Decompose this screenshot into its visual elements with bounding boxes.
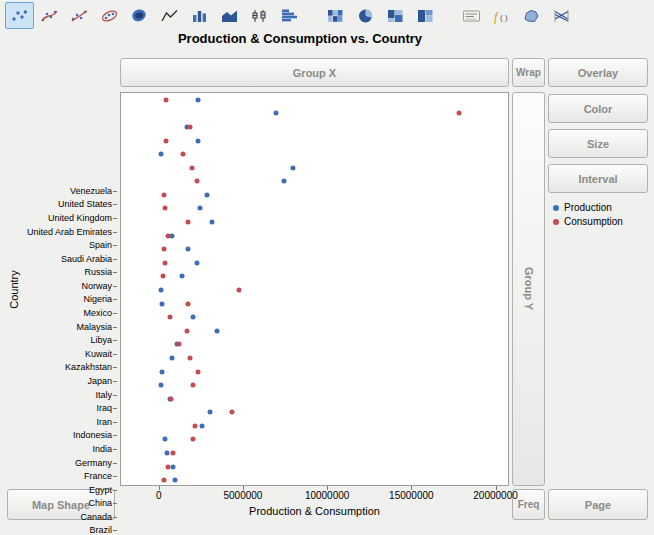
- consumption-point[interactable]: [185, 301, 190, 306]
- consumption-point[interactable]: [184, 328, 189, 333]
- production-point[interactable]: [160, 369, 165, 374]
- consumption-point[interactable]: [177, 342, 182, 347]
- legend-label: Production: [564, 202, 612, 213]
- drop-zone-group-x-label: Group X: [293, 67, 336, 79]
- production-point[interactable]: [159, 288, 164, 293]
- production-point[interactable]: [158, 152, 163, 157]
- production-point[interactable]: [209, 220, 214, 225]
- y-tick-label: Malaysia: [76, 322, 112, 332]
- drop-zone-group-y-label: Group Y: [523, 267, 535, 310]
- map-shape-icon[interactable]: [517, 2, 546, 29]
- x-tick-label: 5000000: [223, 490, 262, 501]
- production-point[interactable]: [170, 355, 175, 360]
- production-point[interactable]: [199, 423, 204, 428]
- y-tick-label: Saudi Arabia: [61, 254, 112, 264]
- consumption-point[interactable]: [191, 437, 196, 442]
- y-tick-mark: [113, 299, 117, 300]
- y-tick-mark: [113, 449, 117, 450]
- box-plot-icon[interactable]: [245, 2, 274, 29]
- parallel-icon[interactable]: [547, 2, 576, 29]
- contour-icon[interactable]: [125, 2, 154, 29]
- production-point[interactable]: [198, 206, 203, 211]
- y-axis-labels: VenezuelaUnited StatesUnited KingdomUnit…: [0, 92, 117, 486]
- production-point[interactable]: [194, 260, 199, 265]
- y-tick-mark: [113, 232, 117, 233]
- consumption-point[interactable]: [166, 464, 171, 469]
- production-point[interactable]: [282, 179, 287, 184]
- consumption-point[interactable]: [167, 315, 172, 320]
- production-point[interactable]: [273, 111, 278, 116]
- production-point[interactable]: [196, 97, 201, 102]
- drop-zone-wrap[interactable]: Wrap: [512, 58, 545, 87]
- area-icon[interactable]: [215, 2, 244, 29]
- pie-icon[interactable]: [351, 2, 380, 29]
- production-point[interactable]: [196, 138, 201, 143]
- production-point[interactable]: [290, 165, 295, 170]
- heatmap-icon[interactable]: [321, 2, 350, 29]
- drop-zone-overlay[interactable]: Overlay: [548, 58, 648, 87]
- treemap-icon[interactable]: [411, 2, 440, 29]
- production-point[interactable]: [171, 464, 176, 469]
- consumption-point[interactable]: [181, 152, 186, 157]
- production-point[interactable]: [162, 437, 167, 442]
- line-of-fit-icon[interactable]: [65, 2, 94, 29]
- y-tick-mark: [113, 503, 117, 504]
- x-tick-label: 0: [156, 490, 162, 501]
- production-point[interactable]: [158, 383, 163, 388]
- production-point[interactable]: [208, 410, 213, 415]
- y-tick-label: United Arab Emirates: [27, 227, 112, 237]
- production-point[interactable]: [172, 478, 177, 483]
- drop-zone-group-x[interactable]: Group X: [120, 58, 509, 87]
- production-point[interactable]: [214, 328, 219, 333]
- drop-zone-color-label: Color: [584, 103, 613, 115]
- plot-area[interactable]: [120, 92, 509, 486]
- histogram-icon[interactable]: [275, 2, 304, 29]
- production-point[interactable]: [191, 315, 196, 320]
- consumption-point[interactable]: [186, 220, 191, 225]
- consumption-point[interactable]: [193, 423, 198, 428]
- consumption-point[interactable]: [196, 369, 201, 374]
- consumption-point[interactable]: [190, 383, 195, 388]
- consumption-point[interactable]: [194, 179, 199, 184]
- bar-icon[interactable]: [185, 2, 214, 29]
- production-point[interactable]: [204, 192, 209, 197]
- consumption-point[interactable]: [188, 124, 193, 129]
- drop-zone-size[interactable]: Size: [548, 129, 648, 158]
- consumption-point[interactable]: [164, 97, 169, 102]
- points-icon[interactable]: [5, 2, 34, 29]
- drop-zone-group-y[interactable]: Group Y: [512, 92, 545, 486]
- smoother-icon[interactable]: [35, 2, 64, 29]
- y-tick-label: China: [88, 498, 112, 508]
- consumption-point[interactable]: [161, 478, 166, 483]
- consumption-point[interactable]: [163, 260, 168, 265]
- formula-icon[interactable]: f( ): [487, 2, 516, 29]
- production-point[interactable]: [186, 247, 191, 252]
- ellipse-icon[interactable]: [95, 2, 124, 29]
- production-point[interactable]: [165, 451, 170, 456]
- consumption-point[interactable]: [189, 165, 194, 170]
- y-tick-mark: [113, 408, 117, 409]
- consumption-point[interactable]: [236, 288, 241, 293]
- drop-zone-color[interactable]: Color: [548, 94, 648, 123]
- production-point[interactable]: [179, 274, 184, 279]
- consumption-point[interactable]: [161, 274, 166, 279]
- drop-zone-page[interactable]: Page: [548, 489, 648, 520]
- consumption-point[interactable]: [162, 247, 167, 252]
- production-point[interactable]: [160, 301, 165, 306]
- line-icon[interactable]: [155, 2, 184, 29]
- consumption-point[interactable]: [230, 410, 235, 415]
- consumption-point[interactable]: [457, 111, 462, 116]
- drop-zone-interval[interactable]: Interval: [548, 164, 648, 193]
- consumption-point[interactable]: [162, 206, 167, 211]
- consumption-point[interactable]: [168, 396, 173, 401]
- caption-box-icon[interactable]: [457, 2, 486, 29]
- y-tick-label: United States: [58, 199, 112, 209]
- consumption-point[interactable]: [161, 192, 166, 197]
- consumption-point[interactable]: [188, 355, 193, 360]
- consumption-point[interactable]: [164, 138, 169, 143]
- svg-text:f: f: [494, 9, 499, 23]
- mosaic-icon[interactable]: [381, 2, 410, 29]
- y-tick-mark: [113, 530, 117, 531]
- consumption-point[interactable]: [171, 451, 176, 456]
- consumption-point[interactable]: [166, 233, 171, 238]
